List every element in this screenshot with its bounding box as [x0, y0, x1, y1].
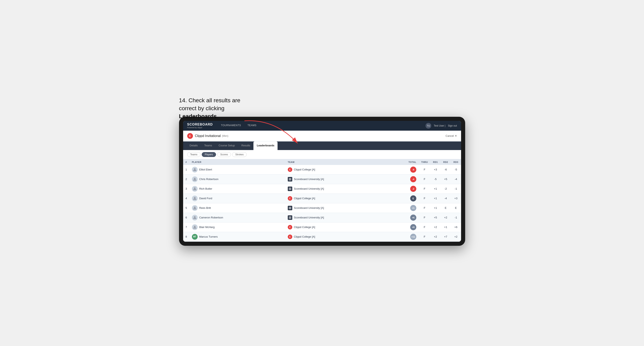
col-header-rd2: RD2 [441, 159, 451, 165]
col-header-thru: THRU [419, 159, 430, 165]
rd1-cell: +1 [430, 203, 441, 213]
total-cell: -8 [402, 165, 419, 174]
player-cell: Blair McHarg [190, 222, 285, 232]
signout-link[interactable]: Sign out [448, 124, 457, 127]
avatar [192, 215, 198, 220]
col-header-rd3: RD3 [451, 159, 461, 165]
table-row: 1 Elliot Ebert C Clippd College [A] -8 F… [183, 165, 461, 174]
team-logo-scoreboard [288, 177, 292, 181]
table-row: 8 MT Marcus Turners C Clippd College [A]… [183, 232, 461, 241]
rd3-cell: -1 [451, 184, 461, 193]
filter-teams[interactable]: Teams [187, 152, 200, 157]
filter-bar: Teams Players Scores Strokes [183, 150, 461, 159]
tablet-frame: SCOREBOARD Powered by clippd TOURNAMENTS… [179, 117, 465, 246]
col-header-team: TEAM [285, 159, 402, 165]
player-cell: David Ford [190, 193, 285, 203]
team-cell: C Clippd College [A] [285, 232, 402, 241]
leaderboard-table: # PLAYER TEAM TOTAL THRU RD1 RD2 RD3 1 [183, 159, 461, 242]
player-name: Rich Butler [199, 187, 212, 190]
rd1-cell: +2 [430, 222, 441, 232]
table-header: # PLAYER TEAM TOTAL THRU RD1 RD2 RD3 [183, 159, 461, 165]
total-cell: +6 [402, 213, 419, 222]
score-badge: +1 [410, 205, 416, 211]
filter-scores[interactable]: Scores [217, 152, 231, 157]
rank-cell: 5 [183, 203, 190, 213]
score-badge: -2 [410, 186, 416, 192]
avatar [192, 167, 198, 173]
col-header-total: TOTAL [402, 159, 419, 165]
player-cell: Elliot Ebert [190, 165, 285, 174]
svg-point-5 [194, 207, 196, 208]
tab-course-setup[interactable]: Course Setup [216, 142, 238, 150]
tournament-icon: C [187, 133, 193, 139]
tab-results[interactable]: Results [238, 142, 254, 150]
tournament-name: Clippd Invitational [195, 134, 221, 138]
team-logo-clippd: C [288, 235, 292, 239]
avatar [192, 186, 198, 192]
tab-details[interactable]: Details [186, 142, 201, 150]
player-cell: Rich Butler [190, 184, 285, 193]
score-badge: +11 [410, 234, 416, 240]
player-cell: Cameron Robertson [190, 213, 285, 222]
team-logo-scoreboard [288, 215, 292, 220]
rd3-cell: +6 [451, 222, 461, 232]
tabs-bar: Details Teams Course Setup Results Leade… [183, 142, 461, 150]
player-name: Rees Britt [199, 206, 211, 209]
total-cell: E [402, 193, 419, 203]
rd1-cell: +1 [430, 193, 441, 203]
rd3-cell: +2 [451, 232, 461, 241]
close-icon: ✕ [455, 134, 457, 137]
player-name: Marcus Turners [199, 235, 218, 238]
score-badge: -8 [410, 167, 416, 173]
thru-cell: F [419, 184, 430, 193]
nav-teams[interactable]: TEAMS [244, 121, 260, 131]
thru-cell: F [419, 213, 430, 222]
total-cell: -4 [402, 174, 419, 184]
cancel-button[interactable]: Cancel ✕ [446, 134, 457, 137]
tab-teams[interactable]: Teams [201, 142, 215, 150]
instruction-step: 14. [179, 97, 187, 104]
rd1-cell: +1 [430, 184, 441, 193]
total-cell: -2 [402, 184, 419, 193]
team-name: Clippd College [A] [294, 168, 315, 171]
team-name: Clippd College [A] [294, 197, 315, 200]
tablet-screen: SCOREBOARD Powered by clippd TOURNAMENTS… [183, 121, 461, 242]
team-name: Scoreboard University [A] [294, 177, 324, 181]
user-avatar: TU [426, 123, 431, 129]
nav-links: TOURNAMENTS TEAMS [218, 121, 426, 131]
avatar [192, 224, 198, 230]
rd2-cell: +2 [441, 213, 451, 222]
tab-leaderboards[interactable]: Leaderboards [254, 142, 278, 150]
cancel-label: Cancel [446, 134, 454, 137]
player-name: Blair McHarg [199, 226, 214, 229]
thru-cell: F [419, 232, 430, 241]
rd2-cell: +1 [441, 222, 451, 232]
instruction-text: Check all results are correct by clickin… [179, 97, 240, 111]
nav-right: TU Test User | Sign out [426, 123, 457, 129]
instruction-block: 14. Check all results are correct by cli… [179, 96, 257, 120]
team-cell: Scoreboard University [A] [285, 174, 402, 184]
thru-cell: F [419, 203, 430, 213]
logo-text: SCOREBOARD [187, 123, 213, 126]
table-row: 2 Chris Robertson Scoreboard University … [183, 174, 461, 184]
rd1-cell: +5 [430, 213, 441, 222]
leaderboard-body: 1 Elliot Ebert C Clippd College [A] -8 F… [183, 165, 461, 242]
svg-point-4 [194, 197, 196, 199]
avatar: MT [192, 234, 198, 240]
team-name: Scoreboard University [A] [294, 216, 324, 219]
filter-players[interactable]: Players [202, 152, 216, 157]
nav-user-label: Test User | [434, 124, 445, 127]
team-cell: C Clippd College [A] [285, 222, 402, 232]
rd1-cell: +3 [430, 165, 441, 174]
rd2-cell: -2 [441, 184, 451, 193]
thru-cell: F [419, 222, 430, 232]
rank-cell: 4 [183, 193, 190, 203]
table-row: 3 Rich Butler Scoreboard University [A] … [183, 184, 461, 193]
team-logo-clippd: C [288, 196, 292, 201]
filter-strokes[interactable]: Strokes [232, 152, 247, 157]
rd3-cell: +3 [451, 193, 461, 203]
total-cell: +1 [402, 203, 419, 213]
rank-cell: 6 [183, 213, 190, 222]
team-name: Clippd College [A] [294, 235, 315, 238]
nav-tournaments[interactable]: TOURNAMENTS [218, 121, 244, 131]
